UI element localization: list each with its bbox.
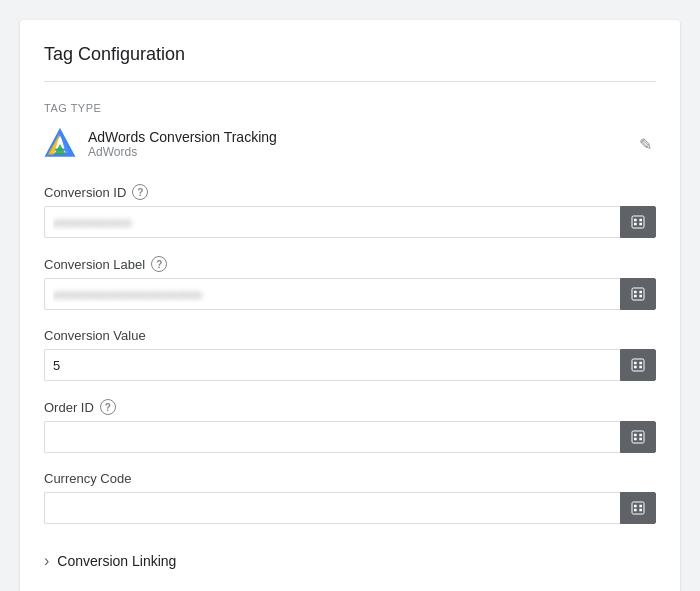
field-group-conversion-id: Conversion ID? [44, 184, 656, 238]
field-group-conversion-label: Conversion Label? [44, 256, 656, 310]
tag-type-row: AdWords Conversion Tracking AdWords ✎ [44, 128, 656, 160]
adwords-logo-icon [44, 128, 76, 160]
svg-rect-26 [639, 509, 642, 512]
variable-btn-conversion-id[interactable] [620, 206, 656, 238]
label-conversion-id: Conversion ID? [44, 184, 656, 200]
tag-subname: AdWords [88, 145, 635, 159]
svg-rect-22 [632, 502, 644, 514]
svg-rect-5 [639, 219, 642, 222]
input-conversion-value[interactable] [44, 349, 620, 381]
input-order-id[interactable] [44, 421, 620, 453]
tag-type-label: Tag type [44, 102, 656, 114]
svg-rect-18 [634, 434, 637, 437]
fields-container: Conversion ID? Conversion Label? Convers… [44, 184, 656, 524]
svg-rect-2 [632, 216, 644, 228]
svg-rect-12 [632, 359, 644, 371]
svg-rect-24 [634, 509, 637, 512]
svg-rect-17 [632, 431, 644, 443]
label-conversion-label: Conversion Label? [44, 256, 656, 272]
svg-rect-19 [634, 438, 637, 441]
tag-name: AdWords Conversion Tracking [88, 129, 635, 145]
svg-rect-16 [639, 366, 642, 369]
variable-btn-order-id[interactable] [620, 421, 656, 453]
variable-btn-currency-code[interactable] [620, 492, 656, 524]
field-group-currency-code: Currency Code [44, 471, 656, 524]
svg-rect-11 [639, 295, 642, 298]
divider [44, 81, 656, 82]
field-group-order-id: Order ID? [44, 399, 656, 453]
page-title: Tag Configuration [44, 44, 656, 65]
chevron-right-icon: › [44, 552, 49, 570]
svg-rect-13 [634, 362, 637, 365]
svg-rect-6 [639, 223, 642, 226]
variable-btn-conversion-label[interactable] [620, 278, 656, 310]
svg-rect-21 [639, 438, 642, 441]
help-icon-order-id[interactable]: ? [100, 399, 116, 415]
collapse-label: Conversion Linking [57, 553, 176, 569]
svg-rect-25 [639, 505, 642, 508]
label-order-id: Order ID? [44, 399, 656, 415]
input-row-conversion-id [44, 206, 656, 238]
conversion-linking-section[interactable]: › Conversion Linking [44, 542, 656, 580]
edit-icon[interactable]: ✎ [635, 131, 656, 158]
svg-rect-20 [639, 434, 642, 437]
svg-rect-10 [639, 291, 642, 294]
label-conversion-value: Conversion Value [44, 328, 656, 343]
input-row-order-id [44, 421, 656, 453]
svg-rect-9 [634, 295, 637, 298]
help-icon-conversion-label[interactable]: ? [151, 256, 167, 272]
svg-rect-8 [634, 291, 637, 294]
svg-rect-4 [634, 223, 637, 226]
input-conversion-label[interactable] [44, 278, 620, 310]
input-row-conversion-label [44, 278, 656, 310]
svg-rect-23 [634, 505, 637, 508]
input-row-currency-code [44, 492, 656, 524]
svg-rect-7 [632, 288, 644, 300]
input-currency-code[interactable] [44, 492, 620, 524]
svg-rect-3 [634, 219, 637, 222]
input-row-conversion-value [44, 349, 656, 381]
svg-rect-15 [639, 362, 642, 365]
svg-rect-14 [634, 366, 637, 369]
tag-info: AdWords Conversion Tracking AdWords [88, 129, 635, 159]
help-icon-conversion-id[interactable]: ? [132, 184, 148, 200]
variable-btn-conversion-value[interactable] [620, 349, 656, 381]
field-group-conversion-value: Conversion Value [44, 328, 656, 381]
label-currency-code: Currency Code [44, 471, 656, 486]
input-conversion-id[interactable] [44, 206, 620, 238]
tag-configuration-card: Tag Configuration Tag type AdWords Conve… [20, 20, 680, 591]
